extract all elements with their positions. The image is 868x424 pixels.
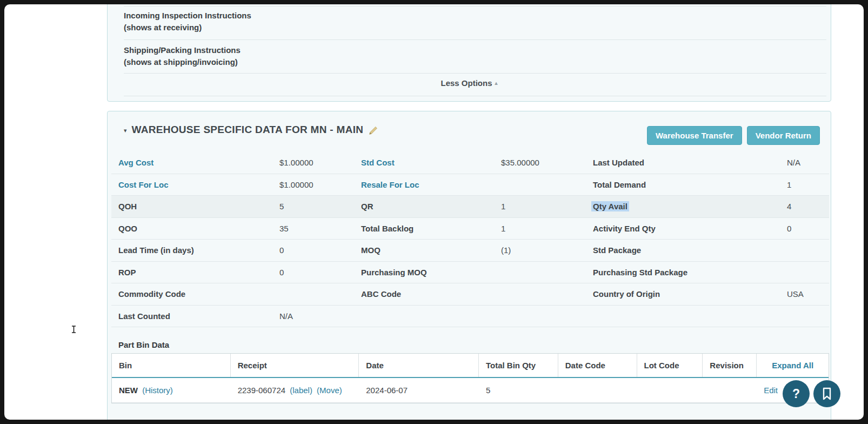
col-header-receipt: Receipt [231,354,359,377]
part-bin-data-heading: Part Bin Data [118,340,169,349]
instruction-title: Shipping/Packing Instructions [124,44,241,56]
qoo-value: 35 [279,224,361,233]
col-header-total-bin-qty: Total Bin Qty [479,354,558,377]
table-row: NEW (History) 2239-060724 (label) (Move)… [112,378,829,403]
bookmark-icon [822,387,832,400]
selected-text-highlight: Qty Avail [591,201,629,211]
part-bin-table-header: Bin Receipt Date Total Bin Qty Date Code… [112,354,829,378]
bookmark-button[interactable] [813,380,840,407]
activity-end-qty-label: Activity End Qty [593,224,787,233]
warehouse-action-buttons: Warehouse Transfer Vendor Return [647,126,820,145]
qoo-label: QOO [118,224,279,233]
receipt-move-link[interactable]: (Move) [317,386,342,395]
shipping-packing-instructions-label: Shipping/Packing Instructions (shows at … [124,44,241,68]
less-options-label: Less Options [440,78,492,88]
total-demand-value: 1 [787,180,829,189]
edit-pencil-icon[interactable] [368,125,379,136]
last-counted-label: Last Counted [118,312,279,321]
abc-code-label: ABC Code [361,289,501,299]
grid-row: ROP 0 Purchasing MOQ Purchasing Std Pack… [111,262,829,284]
cost-for-loc-link[interactable]: Cost For Loc [118,180,279,189]
row-divider [124,6,826,6]
total-demand-label: Total Demand [593,180,787,189]
std-package-label: Std Package [593,246,787,255]
receipt-label-link[interactable]: (label) [290,386,312,395]
country-of-origin-label: Country of Origin [593,289,787,299]
part-options-panel: Incoming Inspection Instructions (shows … [107,4,831,102]
grid-row: Last Counted N/A [111,306,829,328]
receipt-number: 2239-060724 [238,386,285,395]
purchasing-moq-label: Purchasing MOQ [361,268,501,277]
grid-row: Lead Time (in days) 0 MOQ (1) Std Packag… [111,240,829,262]
collapse-up-icon: ▴ [495,80,498,86]
country-of-origin-value: USA [787,289,829,299]
qoh-label: QOH [118,202,279,211]
cost-for-loc-value: $1.00000 [279,180,361,189]
std-cost-link[interactable]: Std Cost [361,158,501,167]
row-divider [124,39,826,40]
resale-for-loc-link[interactable]: Resale For Loc [361,180,501,189]
lead-time-label: Lead Time (in days) [118,246,279,255]
warehouse-data-panel: ▾ WAREHOUSE SPECIFIC DATA FOR MN - MAIN … [107,111,831,420]
row-divider [124,96,826,96]
bin-cell: NEW (History) [112,386,231,395]
text-cursor-icon [71,326,76,333]
grid-row: QOH 5 QR 1 Qty Avail 4 [111,196,829,218]
qr-value: 1 [501,202,593,211]
section-collapse-caret-icon[interactable]: ▾ [124,127,127,134]
grid-row: QOO 35 Total Backlog 1 Activity End Qty … [111,218,829,240]
moq-value: (1) [501,246,593,255]
last-counted-value: N/A [279,312,361,321]
qty-avail-value: 4 [787,202,829,211]
vendor-return-button[interactable]: Vendor Return [747,126,820,145]
row-divider [124,73,826,74]
commodity-code-label: Commodity Code [118,289,279,299]
part-bin-table: Bin Receipt Date Total Bin Qty Date Code… [111,353,829,403]
edit-bin-link[interactable]: Edit [764,386,778,395]
col-header-revision: Revision [703,354,757,377]
receipt-cell: 2239-060724 (label) (Move) [231,386,359,395]
qr-label: QR [361,202,501,211]
instruction-title: Incoming Inspection Instructions [124,10,251,22]
grid-row: Commodity Code ABC Code Country of Origi… [111,283,829,306]
bin-name: NEW [119,386,138,395]
warehouse-panel-header: ▾ WAREHOUSE SPECIFIC DATA FOR MN - MAIN [124,124,379,136]
col-header-date: Date [359,354,479,377]
activity-end-qty-value: 0 [787,224,829,233]
col-header-lot-code: Lot Code [637,354,703,377]
incoming-inspection-instructions-label: Incoming Inspection Instructions (shows … [124,10,251,34]
warehouse-info-grid: Avg Cost $1.00000 Std Cost $35.00000 Las… [111,152,829,327]
col-header-bin: Bin [112,354,231,377]
app-window: Incoming Inspection Instructions (shows … [4,4,864,420]
date-cell: 2024-06-07 [359,386,479,395]
warehouse-transfer-button[interactable]: Warehouse Transfer [647,126,742,145]
avg-cost-link[interactable]: Avg Cost [118,158,279,167]
expand-all-link[interactable]: Expand All [757,354,829,377]
instruction-subtitle: (shows at shipping/invoicing) [124,56,241,68]
bin-history-link[interactable]: (History) [142,386,173,395]
avg-cost-value: $1.00000 [279,158,361,167]
total-backlog-label: Total Backlog [361,224,501,233]
grid-row: Cost For Loc $1.00000 Resale For Loc Tot… [111,174,829,196]
rop-value: 0 [279,268,361,277]
lead-time-value: 0 [279,246,361,255]
qty-avail-label: Qty Avail [593,202,787,211]
qoh-value: 5 [279,202,361,211]
instruction-subtitle: (shows at receiving) [124,22,251,34]
grid-row: Avg Cost $1.00000 Std Cost $35.00000 Las… [111,152,829,174]
last-updated-value: N/A [787,158,829,167]
col-header-date-code: Date Code [558,354,637,377]
moq-label: MOQ [361,246,501,255]
warehouse-panel-title: WAREHOUSE SPECIFIC DATA FOR MN - MAIN [132,124,364,136]
last-updated-label: Last Updated [593,158,787,167]
less-options-toggle[interactable]: Less Options▴ [108,78,831,88]
question-mark-icon: ? [792,387,800,401]
help-button[interactable]: ? [783,380,810,407]
rop-label: ROP [118,268,279,277]
std-cost-value: $35.00000 [501,158,593,167]
purchasing-std-package-label: Purchasing Std Package [593,268,787,277]
total-bin-qty-cell: 5 [479,386,558,395]
total-backlog-value: 1 [501,224,593,233]
